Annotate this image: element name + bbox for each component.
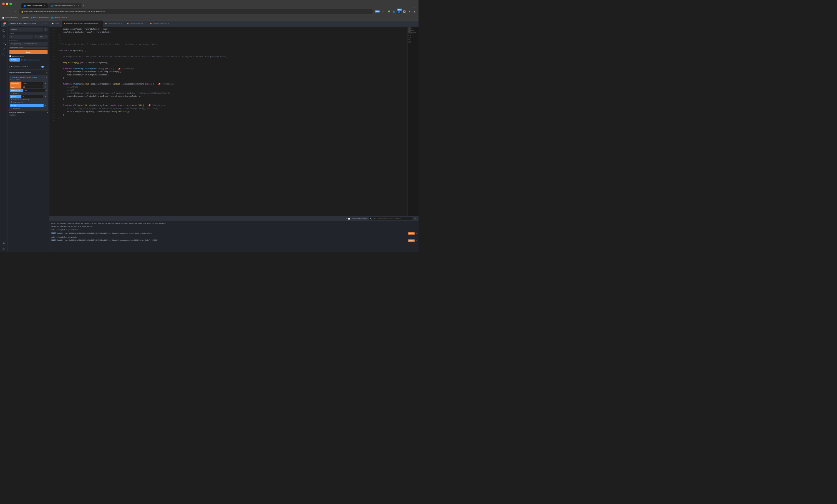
back-btn[interactable]: ‹ [2,10,6,13]
tab-simplestorage-label: SimpleStorage.sol [130,22,143,24]
people-chevron-icon[interactable]: ▼ [44,95,47,98]
sidebar-toggle-btn[interactable]: ☰ [14,2,17,6]
deploy-panel-header: DEPLOY & RUN TRANSACTIONS ⌄ ⋯ [8,20,49,26]
minimize-window-btn[interactable] [6,3,8,5]
transactions-info-icon[interactable]: ℹ [44,66,45,68]
terminal-clear-btn[interactable]: ⊗ [414,217,417,220]
editor-tabs: 🏠 Home Lesson3CodeSessions_StorageFactor… [49,20,418,26]
debug-button-2[interactable]: Debug [408,240,415,242]
reload-btn[interactable]: ↻ [13,10,17,13]
deploy-button[interactable]: Deploy [10,50,48,54]
tab-storagefactory-close[interactable]: ✕ [99,22,101,24]
tab-faucet-close[interactable]: ✕ [77,5,79,7]
tab-remix[interactable]: 🔵 Remix – Ethereum IDE ✕ [21,3,48,8]
close-window-btn[interactable] [2,3,5,5]
line-num-57: 57 [49,110,56,113]
addperson-button[interactable]: addPerson [10,82,22,85]
code-line-40 [56,58,407,61]
deployed-trash-icon[interactable]: 🗑 [46,72,48,74]
nametofavo-input[interactable] [23,89,45,92]
search-icon-btn[interactable] [1,34,7,39]
store-input[interactable] [22,86,43,89]
file-explorer-icon-btn[interactable] [1,28,7,33]
menu-btn[interactable]: ⋮ [412,10,416,13]
call-text-2: [call] from: 0x5B38Da6a701c568545dCfcB03… [57,240,407,241]
low-level-info-icon[interactable]: ℹ [47,112,48,114]
code-content[interactable]: people.push(People(_favoriteNumber, _nam… [56,26,407,216]
tab-simplestorage-close[interactable]: ✕ [144,22,146,24]
new-tab-btn[interactable]: + [82,4,86,8]
window-controls[interactable] [2,3,12,5]
bookmark-netflix-label: Netflix [24,17,29,19]
deploy-run-icon-btn[interactable]: 10 [1,22,7,27]
tab-list-btn[interactable]: ⌄ [413,6,416,8]
value-unit-select[interactable]: Wei Gwei Ether [38,35,48,39]
url-bar[interactable]: 🔒 https://remix.ethereum.org/#lang=en&op… [19,9,373,14]
people-input[interactable] [22,95,43,98]
at-address-button[interactable]: At Address [10,58,20,61]
transactions-chevron-icon: ▶ [10,66,11,68]
store-button[interactable]: store [10,86,22,89]
test-icon-btn[interactable] [1,46,7,52]
people-button[interactable]: people [10,95,22,98]
contract-select[interactable]: StorageFactory – Lesson3CodeSessic… [10,42,48,46]
value-input[interactable] [10,35,33,39]
forward-btn[interactable]: › [8,10,12,13]
value-info-icon[interactable]: ℹ [34,35,38,39]
transactions-expand-icon[interactable]: ⋯ [46,66,48,68]
bookmark-btn[interactable]: ☆ [381,10,385,13]
bookmark-netflix-icon: 🎬 [22,17,24,19]
code-line-34: */ [56,40,407,43]
line-num-60: 60 [49,119,56,122]
app-container: 10 [0,20,418,252]
tab-simplestorage-sol[interactable]: SimpleStorage.sol ✕ [125,20,148,26]
listen-checkbox[interactable] [348,218,350,220]
tab-extrastorage-sol[interactable]: ExtraStorage.sol ✕ [103,20,125,26]
debug-icon-btn[interactable] [1,52,7,58]
download-btn[interactable]: ⬇ [407,10,411,13]
gas-limit-input[interactable] [10,28,43,32]
extension-puzzle-btn[interactable]: 🔳 [403,10,406,13]
bookmark-faucet[interactable]: 🌐 Ethereum Faucet fo… [51,17,69,19]
bookmark-netflix[interactable]: 🎬 Netflix [22,17,29,19]
compile-icon-btn[interactable] [1,40,7,45]
addperson-input[interactable] [22,82,43,85]
terminal-search-input[interactable] [373,218,412,220]
tab-storagefactory-sol[interactable]: Lesson3CodeSessions_StorageFactory.sol ✕ [61,20,103,26]
profile-btn[interactable]: 👤 [392,10,396,13]
tab-remix-close[interactable]: ✕ [44,5,46,7]
tab-faucet[interactable]: 🌐 Ethereum Faucet for Sepolia b… ✕ [48,3,82,8]
gas-limit-info-icon[interactable]: ℹ [44,28,48,32]
deploy-more-icon[interactable]: ⋯ [46,22,47,24]
deploy-chevron-icon[interactable]: ⌄ [43,22,44,24]
transactions-header[interactable]: ▶ Transactions recorded 7 ℹ ⋯ [8,64,49,69]
contract-copy-icon[interactable]: ⧉ [44,76,45,78]
addperson-chevron-icon[interactable]: ▼ [44,82,47,85]
call-expand-icon-2[interactable]: ▼ [416,240,417,241]
line-num-53: 53 [49,98,56,101]
tab-storagefactory2-close[interactable]: ✕ [167,22,169,24]
publish-ipfs-checkbox[interactable] [10,55,11,57]
store-chevron-icon[interactable]: ▼ [44,86,47,89]
terminal-collapse-btn[interactable]: ⌃ [51,217,54,220]
contract-chevron-icon[interactable]: ▼ [10,76,12,78]
bookmark-remix[interactable]: 🔵 Remix – Ethereum IDE [31,17,49,19]
retrieve-button[interactable]: retrieve [10,104,44,107]
settings-icon-btn[interactable] [1,246,7,252]
load-contract-button[interactable]: Load contract from Address [21,58,40,61]
contract-close-icon[interactable]: ✕ [46,76,47,78]
tab-storagefactory2-sol[interactable]: StorageFactory.sol ✕ [148,20,171,26]
code-line-49: // Address [56,86,407,89]
maximize-window-btn[interactable] [10,3,12,5]
nametofavo-button[interactable]: nameToFavo… [10,89,23,92]
plugin-manager-icon-btn[interactable] [1,240,7,246]
debug-button-1[interactable]: Debug [408,232,415,235]
call-expand-icon-1[interactable]: ▼ [416,232,417,234]
extensions-btn[interactable]: 🧩 [387,10,391,13]
retrieve-chevron-icon[interactable]: ▼ [44,104,47,107]
tab-extrastorage-close[interactable]: ✕ [121,22,122,24]
line-num-38: 38 [49,52,56,55]
nametofavo-chevron-icon[interactable]: ▼ [46,89,48,92]
bookmark-robocord[interactable]: 📄 RoboCord Certificat… [2,17,20,19]
tab-home[interactable]: 🏠 Home [49,20,61,26]
